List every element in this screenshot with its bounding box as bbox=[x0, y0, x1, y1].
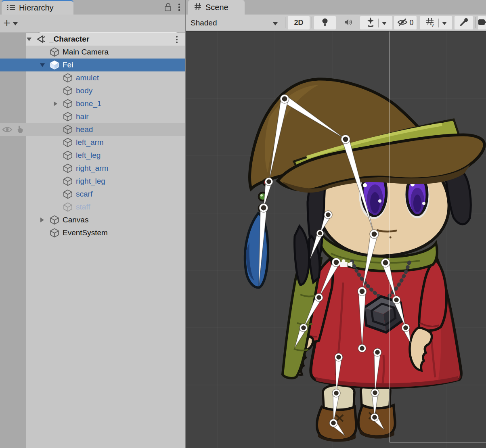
scene-audio-button[interactable] bbox=[337, 16, 359, 29]
prefab-cube-icon bbox=[49, 59, 60, 71]
row-label: bone_1 bbox=[76, 97, 101, 110]
eye-slash-icon bbox=[397, 18, 408, 28]
cube-icon bbox=[63, 162, 73, 175]
cube-icon bbox=[63, 136, 73, 149]
cube-icon bbox=[49, 226, 60, 239]
hierarchy-row[interactable]: body bbox=[0, 84, 185, 97]
kebab-menu-icon[interactable] bbox=[175, 36, 178, 46]
hierarchy-tab-label: Hierarchy bbox=[19, 3, 54, 13]
row-label: _Character bbox=[49, 33, 89, 46]
row-label: scarf bbox=[76, 188, 92, 201]
dropdown-caret-icon bbox=[442, 22, 447, 25]
row-label: staff bbox=[76, 201, 90, 214]
unity-logo-icon bbox=[36, 33, 46, 46]
hierarchy-row[interactable]: scarf bbox=[0, 188, 185, 201]
expander-closed-icon[interactable] bbox=[53, 97, 58, 110]
2d-label: 2D bbox=[294, 19, 303, 27]
hierarchy-row[interactable]: Canvas bbox=[0, 214, 185, 226]
row-label: left_leg bbox=[76, 149, 101, 162]
hierarchy-toolbar: + bbox=[0, 15, 185, 33]
list-icon bbox=[6, 4, 15, 13]
pick-hand-icon[interactable] bbox=[15, 125, 25, 136]
row-label: Fei bbox=[63, 59, 73, 71]
cube-icon bbox=[49, 46, 60, 59]
hidden-object-count: 0 bbox=[409, 19, 413, 27]
hierarchy-row[interactable]: _Character bbox=[26, 33, 185, 46]
grid-icon bbox=[194, 2, 202, 12]
scene-panel: Scene Shaded 2D bbox=[186, 0, 486, 448]
svg-text:y: y bbox=[432, 23, 434, 27]
scene-tab-label: Scene bbox=[205, 3, 228, 12]
row-label: Canvas bbox=[63, 214, 88, 226]
hierarchy-panel: Hierarchy + bbox=[0, 0, 185, 448]
cube-icon bbox=[63, 123, 73, 136]
add-gameobject-button[interactable]: + bbox=[3, 16, 24, 30]
row-label: right_leg bbox=[76, 175, 105, 188]
light-bulb-icon bbox=[321, 17, 329, 29]
hierarchy-row[interactable]: bone_1 bbox=[0, 97, 185, 110]
draw-mode-dropdown[interactable]: Shaded bbox=[188, 16, 282, 29]
scene-visibility-button[interactable]: 0 bbox=[394, 16, 417, 29]
cube-icon bbox=[63, 71, 73, 84]
eye-icon[interactable] bbox=[2, 125, 13, 136]
row-label: head bbox=[76, 123, 93, 136]
hierarchy-row[interactable]: EventSystem bbox=[0, 226, 185, 239]
wrench-pencil-icon bbox=[459, 17, 469, 29]
hierarchy-row[interactable]: hair bbox=[0, 110, 185, 123]
effects-dropdown-button[interactable] bbox=[360, 16, 392, 29]
cube-icon bbox=[63, 175, 73, 188]
cube-icon bbox=[63, 110, 73, 123]
expander-open-icon[interactable] bbox=[26, 33, 32, 46]
row-label: left_arm bbox=[76, 136, 104, 149]
cube-icon bbox=[63, 149, 73, 162]
scene-toolbar: Shaded 2D bbox=[186, 15, 486, 31]
cube-icon bbox=[63, 201, 73, 214]
2d-toggle-button[interactable]: 2D bbox=[288, 16, 310, 29]
hierarchy-row[interactable]: left_leg bbox=[0, 149, 185, 162]
editor-tools-button[interactable] bbox=[455, 16, 473, 29]
scene-tab-bar: Scene bbox=[186, 0, 486, 15]
camera-preview-button[interactable] bbox=[478, 16, 486, 29]
grid-axis-icon: y bbox=[425, 17, 435, 29]
scene-canvas bbox=[186, 31, 486, 448]
unity-editor-window: Hierarchy + bbox=[0, 0, 486, 448]
hierarchy-row[interactable]: Fei bbox=[0, 59, 185, 71]
speaker-icon bbox=[344, 18, 353, 28]
row-label: Main Camera bbox=[63, 46, 109, 59]
hierarchy-row[interactable]: left_arm bbox=[0, 136, 185, 149]
expander-closed-icon[interactable] bbox=[40, 214, 44, 226]
plus-icon: + bbox=[3, 17, 10, 29]
expander-open-icon[interactable] bbox=[40, 59, 45, 71]
unlock-icon[interactable] bbox=[164, 2, 172, 14]
row-label: EventSystem bbox=[63, 226, 108, 239]
cube-icon bbox=[63, 84, 73, 97]
draw-mode-label: Shaded bbox=[191, 19, 217, 27]
row-label: right_arm bbox=[76, 162, 108, 175]
chevron-down-icon bbox=[13, 22, 18, 25]
row-label: hair bbox=[76, 110, 89, 123]
hierarchy-row[interactable]: Main Camera bbox=[0, 46, 185, 59]
grid-visibility-button[interactable]: y bbox=[420, 16, 452, 29]
tab-hierarchy[interactable]: Hierarchy bbox=[2, 0, 73, 15]
tab-scene[interactable]: Scene bbox=[188, 0, 245, 15]
hierarchy-row[interactable]: right_leg bbox=[0, 175, 185, 188]
camera-icon bbox=[478, 18, 486, 28]
dropdown-caret-icon bbox=[382, 22, 387, 25]
hierarchy-row[interactable]: head bbox=[0, 123, 185, 136]
hierarchy-row[interactable]: staff bbox=[0, 201, 185, 214]
cube-icon bbox=[63, 188, 73, 201]
hierarchy-row[interactable]: amulet bbox=[0, 71, 185, 84]
kebab-menu-icon[interactable] bbox=[178, 2, 181, 14]
cube-icon bbox=[49, 214, 60, 226]
dropdown-caret-icon bbox=[273, 22, 278, 25]
row-label: amulet bbox=[76, 71, 99, 84]
scene-viewport[interactable] bbox=[186, 31, 486, 448]
row-label: body bbox=[76, 84, 92, 97]
cube-icon bbox=[63, 97, 73, 110]
hierarchy-tab-bar: Hierarchy bbox=[0, 0, 185, 15]
scene-lighting-button[interactable] bbox=[314, 16, 336, 29]
hierarchy-row[interactable]: right_arm bbox=[0, 162, 185, 175]
effects-sparkle-icon bbox=[366, 17, 375, 29]
